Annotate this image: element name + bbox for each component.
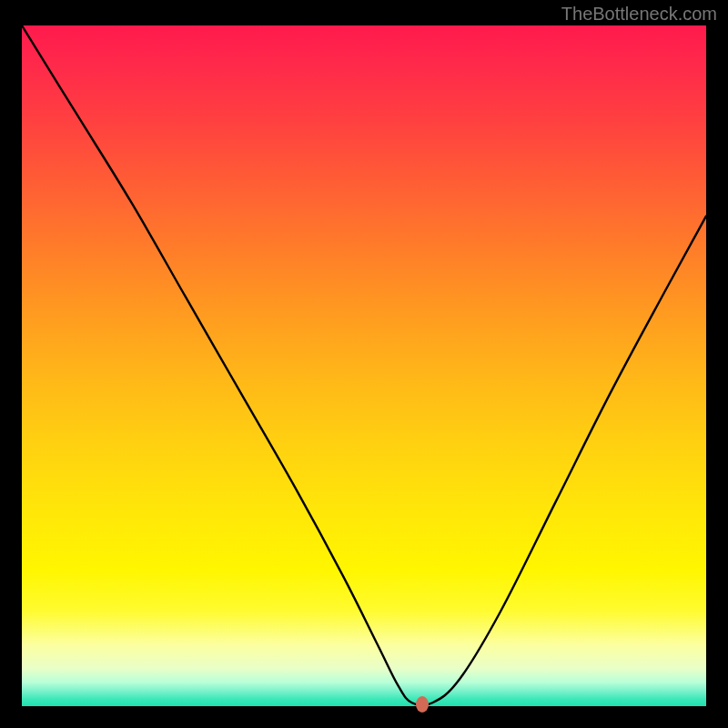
watermark-text: TheBottleneck.com <box>561 4 717 25</box>
chart-container: TheBottleneck.com <box>0 0 728 728</box>
plot-area <box>22 25 706 706</box>
bottleneck-curve-path <box>22 25 706 705</box>
optimal-point-marker <box>416 696 429 713</box>
curve-layer <box>22 25 706 706</box>
